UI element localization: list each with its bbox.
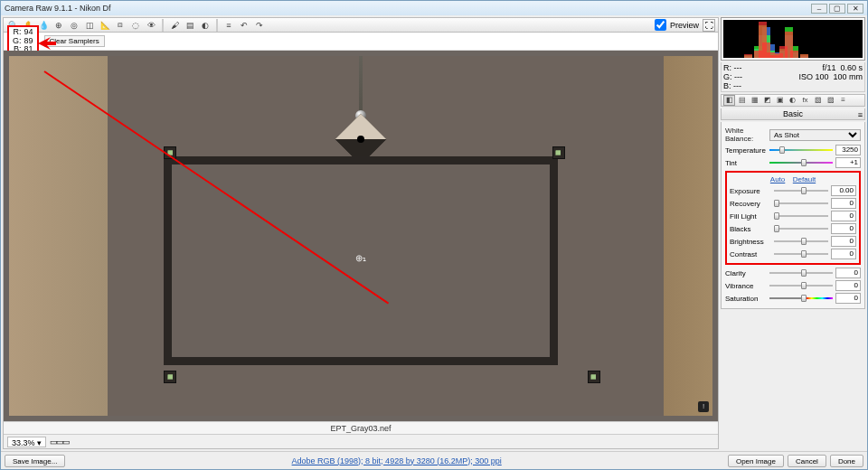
default-link[interactable]: Default <box>793 175 816 183</box>
panel-tab-9[interactable]: ≡ <box>837 95 849 106</box>
vibrance-slider[interactable] <box>769 282 833 289</box>
panel-header: Basic≡ <box>721 108 865 120</box>
contrast-slider[interactable] <box>774 250 828 258</box>
temperature-label: Temperature <box>725 146 767 155</box>
panel-tab-0[interactable]: ◧ <box>723 95 735 106</box>
wb-label: White Balance: <box>725 127 767 143</box>
filename: EPT_Gray03.nef <box>330 424 391 433</box>
temperature-value[interactable]: 3250 <box>835 145 861 155</box>
exposure-slider[interactable] <box>774 187 828 194</box>
target-adjust-icon[interactable]: ◎ <box>68 19 80 32</box>
fill_light-slider[interactable] <box>774 212 828 220</box>
graduated-filter-icon[interactable]: ▤ <box>184 19 196 32</box>
rotate-cw-icon[interactable]: ↷ <box>253 19 266 32</box>
fill_light-label: Fill Light <box>730 212 771 221</box>
image-preview[interactable]: ▦▦ ▦▦ ⊕₁ ! <box>4 51 718 421</box>
open-image-button[interactable]: Open Image <box>728 455 784 467</box>
recovery-label: Recovery <box>730 200 771 208</box>
titlebar: Camera Raw 9.1.1 - Nikon Df – ▢ ✕ <box>1 1 867 15</box>
exposure-value[interactable]: 0.00 <box>831 185 856 196</box>
tint-value[interactable]: +1 <box>835 157 861 168</box>
adjustment-brush-icon[interactable]: 🖌 <box>168 19 181 32</box>
saturation-value[interactable]: 0 <box>835 293 861 304</box>
wb-eyedropper-icon[interactable]: 💧 <box>37 19 50 32</box>
histogram[interactable] <box>723 20 863 58</box>
auto-link[interactable]: Auto <box>770 175 785 183</box>
transform-icon[interactable]: ⧈ <box>114 19 127 32</box>
redeye-icon[interactable]: 👁 <box>145 19 157 32</box>
panel-title: Basic <box>783 109 803 118</box>
panel-tab-6[interactable]: fx <box>799 95 811 106</box>
warning-icon[interactable]: ! <box>698 401 709 412</box>
saturation-label: Saturation <box>725 295 767 303</box>
panel-tab-7[interactable]: ▧ <box>812 95 824 106</box>
radial-filter-icon[interactable]: ◐ <box>199 19 212 32</box>
panel-tab-1[interactable]: ▤ <box>736 95 748 106</box>
preview-label: Preview <box>670 21 699 30</box>
brightness-label: Brightness <box>730 238 771 246</box>
tool-toolbar: 🔍 ✋ 💧 ⊕ ◎ ◫ 📐 ⧈ ◌ 👁 🖌 ▤ ◐ ≡ ↶ ↷ <box>4 18 718 33</box>
blacks-value[interactable]: 0 <box>831 223 856 234</box>
fullscreen-icon[interactable]: ⛶ <box>703 19 715 32</box>
wb-select[interactable]: As Shot <box>769 129 861 141</box>
rotate-ccw-icon[interactable]: ↶ <box>238 19 250 32</box>
panel-tab-2[interactable]: ▦ <box>749 95 760 106</box>
color-sampler-icon[interactable]: ⊕ <box>52 19 65 32</box>
panel-tabs: ◧▤▦◩▣◐fx▧▨≡ <box>721 94 865 107</box>
vibrance-label: Vibrance <box>725 282 767 290</box>
clarity-value[interactable]: 0 <box>835 268 861 278</box>
done-button[interactable]: Done <box>830 455 863 467</box>
brightness-value[interactable]: 0 <box>831 236 856 247</box>
tint-label: Tint <box>725 159 767 167</box>
cancel-button[interactable]: Cancel <box>788 455 826 467</box>
fill_light-value[interactable]: 0 <box>831 211 856 221</box>
minimize-button[interactable]: – <box>811 4 827 14</box>
panel-tab-8[interactable]: ▨ <box>825 95 836 106</box>
crop-icon[interactable]: ◫ <box>83 19 96 32</box>
tint-slider[interactable] <box>769 159 833 166</box>
save-image-button[interactable]: Save Image... <box>5 455 65 467</box>
straighten-icon[interactable]: 📐 <box>99 19 111 32</box>
window-title: Camera Raw 9.1.1 - Nikon Df <box>5 4 111 13</box>
vibrance-value[interactable]: 0 <box>835 280 861 291</box>
exif-readout: R: --- G: --- B: --- f/11 0.60 s ISO 100… <box>721 62 865 92</box>
blacks-slider[interactable] <box>774 225 828 232</box>
saturation-slider[interactable] <box>769 295 833 302</box>
separator <box>216 19 218 32</box>
contrast-label: Contrast <box>730 250 771 258</box>
maximize-button[interactable]: ▢ <box>829 4 845 14</box>
filename-bar: EPT_Gray03.nef <box>4 421 718 434</box>
tone-group: Auto Default Exposure0.00Recovery0Fill L… <box>725 171 861 265</box>
spot-removal-icon[interactable]: ◌ <box>129 19 142 32</box>
panel-menu-icon[interactable]: ≡ <box>858 109 863 120</box>
contrast-value[interactable]: 0 <box>831 249 856 259</box>
preview-checkbox[interactable] <box>655 19 666 31</box>
exposure-label: Exposure <box>730 187 771 195</box>
temperature-slider[interactable] <box>769 146 833 154</box>
workflow-link[interactable]: Adobe RGB (1998); 8 bit; 4928 by 3280 (1… <box>292 456 502 465</box>
panel-tab-3[interactable]: ◩ <box>761 95 773 106</box>
recovery-value[interactable]: 0 <box>831 198 856 209</box>
sampler-point-icon[interactable]: ⊕₁ <box>355 252 366 262</box>
blacks-label: Blacks <box>730 225 771 233</box>
panel-tab-5[interactable]: ◐ <box>787 95 798 106</box>
brightness-slider[interactable] <box>774 238 828 245</box>
close-button[interactable]: ✕ <box>847 4 863 14</box>
recovery-slider[interactable] <box>774 200 828 207</box>
zoom-strip-icon[interactable]: ▭▭▭ <box>50 437 69 446</box>
clear-samplers-button[interactable]: Clear Samplers <box>44 35 105 47</box>
separator <box>162 19 164 32</box>
zoom-select[interactable]: 33.3% ▾ <box>7 437 46 447</box>
clarity-label: Clarity <box>725 269 767 277</box>
clarity-slider[interactable] <box>769 269 833 277</box>
prefs-icon[interactable]: ≡ <box>222 19 235 32</box>
panel-tab-4[interactable]: ▣ <box>774 95 786 106</box>
